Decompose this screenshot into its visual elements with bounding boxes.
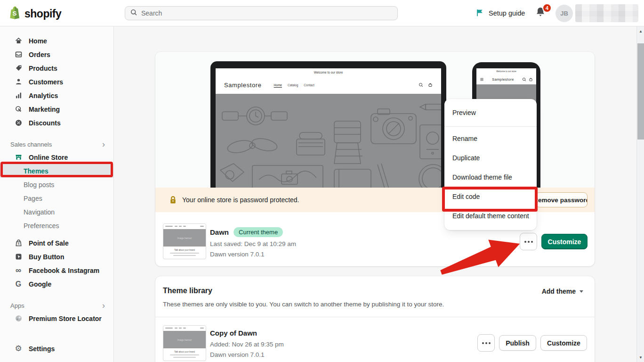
chevron-right-icon: › xyxy=(102,140,105,148)
sidebar-section-sales-channels[interactable]: Sales channels › xyxy=(0,138,113,150)
sidebar-item-label: Customers xyxy=(29,78,63,86)
sidebar-item-analytics[interactable]: Analytics xyxy=(0,89,113,102)
sidebar-item-buy-button[interactable]: Buy Button xyxy=(0,250,113,263)
sidebar-item-navigation[interactable]: Navigation xyxy=(0,205,113,219)
divider xyxy=(155,317,595,317)
theme-actions-button[interactable] xyxy=(520,233,537,250)
customize-button[interactable]: Customize xyxy=(541,234,588,249)
sidebar-item-orders[interactable]: Orders xyxy=(0,48,113,61)
thumb-brand-label: Talk about your brand xyxy=(174,249,194,251)
scroll-up-arrow[interactable]: ▲ xyxy=(637,27,644,35)
customize-button[interactable]: Customize xyxy=(540,335,587,351)
lock-icon xyxy=(169,195,177,206)
sidebar: Home Orders Products Customers Analytics… xyxy=(0,26,114,362)
mock-search-icon xyxy=(522,77,526,82)
sidebar-section-apps[interactable]: Apps › xyxy=(0,299,113,312)
menu-item-preview[interactable]: Preview xyxy=(444,104,537,126)
sidebar-item-label: Orders xyxy=(29,51,50,58)
menu-item-label: Duplicate xyxy=(452,154,480,162)
scrollbar-thumb[interactable] xyxy=(637,43,644,140)
theme-name: Dawn xyxy=(210,228,229,236)
store-logo-text: Samplestore xyxy=(224,82,262,89)
page-scrollbar[interactable]: ▲ ▼ xyxy=(636,26,644,362)
shopify-admin: S shopify Setup guide 4 JB xyxy=(0,0,644,362)
sidebar-item-google[interactable]: G Google xyxy=(0,277,113,291)
menu-item-edit-default-theme-content[interactable]: Edit default theme content xyxy=(444,206,537,225)
discount-icon xyxy=(14,119,23,127)
section-label: Sales channels xyxy=(10,141,52,148)
hero-illustration xyxy=(216,94,441,188)
sidebar-item-settings[interactable]: ⚙ Settings xyxy=(0,342,113,355)
marketing-icon xyxy=(14,105,23,113)
menu-item-download-theme-file[interactable]: Download theme file xyxy=(444,167,537,187)
avatar[interactable]: JB xyxy=(555,5,573,22)
button-label: Remove password xyxy=(536,197,588,204)
sidebar-item-customers[interactable]: Customers xyxy=(0,75,113,89)
avatar-initials: JB xyxy=(560,10,568,17)
theme-added: Added: Nov 26 at 9:35 pm xyxy=(210,341,284,348)
sidebar-item-themes[interactable]: Themes xyxy=(0,164,113,178)
mock-search-icon xyxy=(419,82,423,87)
sidebar-item-home[interactable]: Home xyxy=(0,34,113,48)
thumb-banner-label: Image banner xyxy=(177,237,192,239)
orders-icon xyxy=(14,50,23,58)
tag-icon xyxy=(14,64,23,72)
pos-bag-icon: S xyxy=(14,239,23,247)
sidebar-item-blog-posts[interactable]: Blog posts xyxy=(0,178,113,191)
person-icon xyxy=(14,78,23,86)
theme-version: Dawn version 7.0.1 xyxy=(210,351,265,358)
announcement-bar: Welcome to our store xyxy=(216,68,441,76)
mock-nav-contact: Contact xyxy=(304,83,314,87)
theme-name: Copy of Dawn xyxy=(210,329,257,337)
search-input[interactable] xyxy=(141,9,393,17)
sidebar-item-label: Analytics xyxy=(29,92,58,99)
google-icon: G xyxy=(14,280,23,288)
menu-item-edit-code[interactable]: Edit code xyxy=(444,187,537,206)
store-name-redacted[interactable] xyxy=(575,4,638,22)
sidebar-item-label: Products xyxy=(29,65,57,72)
mock-cart-icon xyxy=(428,82,433,87)
menu-item-label: Preview xyxy=(452,109,476,116)
button-label: Add theme xyxy=(542,288,576,295)
sidebar-item-label: Facebook & Instagram xyxy=(29,267,99,274)
flag-icon xyxy=(475,8,484,18)
sidebar-item-marketing[interactable]: Marketing xyxy=(0,102,113,116)
setup-guide-button[interactable]: Setup guide xyxy=(475,7,525,20)
mock-nav-catalog: Catalog xyxy=(288,83,298,87)
scroll-down-arrow[interactable]: ▼ xyxy=(637,354,644,361)
menu-item-label: Download theme file xyxy=(452,173,512,181)
menu-item-rename[interactable]: Rename xyxy=(444,129,537,148)
menu-item-duplicate[interactable]: Duplicate xyxy=(444,148,537,167)
sidebar-item-point-of-sale[interactable]: S Point of Sale xyxy=(0,236,113,250)
svg-text:S: S xyxy=(13,10,17,17)
thumb-brand-label: Talk about your brand xyxy=(174,351,194,353)
shopify-logo[interactable]: S shopify xyxy=(8,6,61,22)
publish-button[interactable]: Publish xyxy=(499,335,536,351)
sidebar-item-discounts[interactable]: Discounts xyxy=(0,116,113,130)
global-search[interactable] xyxy=(125,6,398,20)
theme-library-title: Theme library xyxy=(163,287,212,295)
notifications-button[interactable]: 4 xyxy=(535,6,551,22)
sidebar-item-facebook-instagram[interactable]: ∞ Facebook & Instagram xyxy=(0,263,113,277)
setup-guide-label: Setup guide xyxy=(489,9,525,17)
theme-actions-menu: Preview Rename Duplicate Download theme … xyxy=(444,99,537,230)
sidebar-item-online-store[interactable]: Online Store xyxy=(0,150,113,164)
svg-text:S: S xyxy=(17,242,19,245)
section-label: Apps xyxy=(10,302,24,309)
sidebar-item-preferences[interactable]: Preferences xyxy=(0,219,113,232)
theme-actions-button[interactable] xyxy=(477,334,495,352)
sidebar-subitem-label: Preferences xyxy=(24,222,59,230)
sidebar-item-label: Discounts xyxy=(29,119,61,127)
announcement-bar: Welcome to our store xyxy=(476,68,536,74)
remove-password-button[interactable]: Remove password xyxy=(536,192,588,207)
thumb-banner-label: Image banner xyxy=(177,338,192,341)
sidebar-item-premium-store-locator[interactable]: Premium Store Locator xyxy=(0,312,113,325)
sidebar-item-products[interactable]: Products xyxy=(0,61,113,75)
sidebar-item-pages[interactable]: Pages xyxy=(0,191,113,205)
sidebar-subitem-label: Themes xyxy=(24,167,48,175)
theme-version: Dawn version 7.0.1 xyxy=(210,251,265,258)
shopify-bag-icon: S xyxy=(8,6,21,22)
current-theme-badge: Current theme xyxy=(233,227,283,237)
add-theme-button[interactable]: Add theme xyxy=(542,288,583,295)
mock-nav-home: Home xyxy=(274,83,282,87)
